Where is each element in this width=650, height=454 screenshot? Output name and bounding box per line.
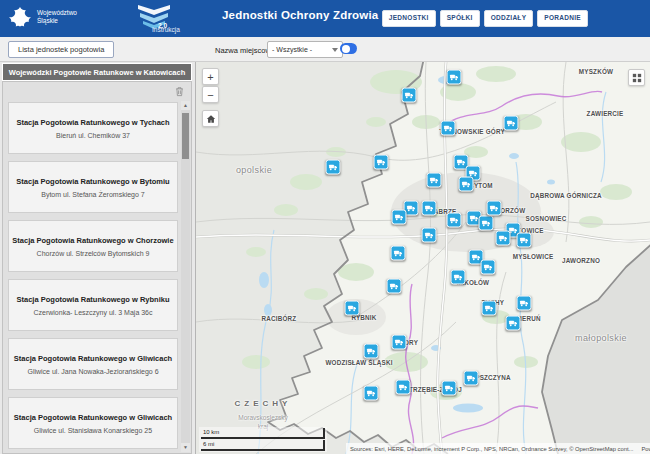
ambulance-marker[interactable] [481,260,496,275]
ambulance-icon [450,73,459,82]
ambulance-marker[interactable] [482,301,497,316]
station-list-item[interactable]: Stacja Pogotowia Ratunkowego w Bytomiu B… [8,161,178,213]
ambulance-marker[interactable] [459,177,474,192]
ambulance-icon [405,91,414,100]
ambulance-marker[interactable] [447,213,462,228]
ambulance-icon [499,234,508,243]
ambulance-icon [520,299,529,308]
ambulance-icon [399,383,408,392]
ambulance-icon [445,384,454,393]
ambulance-icon [484,263,493,272]
ambulance-icon [490,204,499,213]
zoom-out-button[interactable]: − [202,86,219,103]
ambulance-marker[interactable] [496,231,511,246]
ambulance-marker[interactable] [374,155,389,170]
station-address: Bieruń ul. Chemików 37 [56,132,130,139]
ambulance-icon [329,163,338,172]
station-name: Stacja Pogotowia Ratunkowego w Gliwicach [14,354,172,363]
station-list-item[interactable]: Stacja Pogotowia Ratunkowego w Gliwicach… [8,397,178,449]
ambulance-marker[interactable] [387,279,402,294]
ambulance-icon [394,249,403,258]
map-basemap[interactable] [196,62,650,454]
instructions-link[interactable]: Instrukcja [152,26,180,33]
ambulance-marker[interactable] [464,371,479,386]
trash-icon[interactable] [175,86,184,97]
locality-select-value: - Wszystkie - [272,46,312,53]
ambulance-icon [509,319,518,328]
ambulance-marker[interactable] [392,210,407,225]
station-list-item[interactable]: Stacja Pogotowia Ratunkowego w Rybniku C… [8,279,178,331]
ambulance-icon [407,204,416,213]
locality-select[interactable]: - Wszystkie - [267,41,343,58]
scale-km: 10 km [201,428,325,439]
ambulance-marker[interactable] [506,316,521,331]
grid-icon [632,73,642,83]
ambulance-marker[interactable] [504,116,519,131]
ambulance-marker[interactable] [479,216,494,231]
station-list-panel: Stacja Pogotowia Ratunkowego w Tychach B… [2,81,192,454]
ambulance-marker[interactable] [441,121,456,136]
ambulance-icon [520,236,529,245]
ambulance-icon [367,389,376,398]
toolbar: Lista jednostek pogotowia Nazwa miejscow… [0,37,650,62]
ambulance-marker[interactable] [364,386,379,401]
ambulance-marker[interactable] [396,380,411,395]
station-address: Bytom ul. Stefana Żeromskiego 7 [41,191,145,198]
ambulance-marker[interactable] [517,233,532,248]
header-nav-button[interactable]: ODDZIAŁY [484,10,534,27]
ambulance-marker[interactable] [451,270,466,285]
ambulance-icon [482,219,491,228]
zoom-in-button[interactable]: + [202,68,219,85]
station-list-item[interactable]: Stacja Pogotowia Ratunkowego w Chorzowie… [8,220,178,272]
ambulance-marker[interactable] [517,296,532,311]
ambulance-marker[interactable] [427,173,442,188]
ambulance-marker[interactable] [422,201,437,216]
page-title: Jednostki Ochrony Zdrowia [222,9,378,21]
ambulance-marker[interactable] [402,88,417,103]
map-container[interactable]: MYSZKÓWZAWIERCIETARNOWSKIE GÓRYDĄBROWA G… [196,62,650,454]
ambulance-marker[interactable] [442,381,457,396]
app-window: Województwo Śląskie 2.0 Jednostki Ochron… [0,0,650,454]
station-name: Stacja Pogotowia Ratunkowego w Tychach [16,118,169,127]
scrollbar-down-arrow[interactable]: ▼ [181,443,190,452]
ambulance-marker[interactable] [326,160,341,175]
station-name: Stacja Pogotowia Ratunkowego w Chorzowie [12,236,173,245]
scale-mi: 6 mi [201,440,325,451]
basemap-gallery-button[interactable] [628,69,645,86]
ambulance-marker[interactable] [447,70,462,85]
sidebar-header: Wojewódzki Pogotowie Ratunkowe w Katowic… [2,63,192,81]
app-header: Województwo Śląskie 2.0 Jednostki Ochron… [0,0,650,37]
ambulance-marker[interactable] [364,344,379,359]
station-list: Stacja Pogotowia Ratunkowego w Tychach B… [8,102,178,454]
header-nav-button[interactable]: JEDNOSTKI [382,10,436,27]
chevron-down-icon [332,48,338,52]
station-address: Gliwice ul. Stanisława Konarskiego 25 [34,427,152,434]
ambulance-marker[interactable] [422,228,437,243]
home-extent-button[interactable] [202,110,219,127]
station-address: Chorzów ul. Strzelców Bytomskich 9 [37,250,150,257]
ambulance-icon [348,304,357,313]
sidebar-scrollbar[interactable]: ▲ ▼ [181,101,190,452]
attribution-powered-by: Powered by Esri [641,446,650,452]
station-list-item[interactable]: Stacja Pogotowia Ratunkowego w Gliwicach… [8,338,178,390]
ambulance-icon [395,338,404,347]
scrollbar-thumb[interactable] [182,113,189,159]
ambulance-icon [485,304,494,313]
station-list-item[interactable]: Stacja Pogotowia Ratunkowego w Tychach B… [8,102,178,154]
station-address: Gliwice ul. Jana Nowaka-Jeziorańskiego 6 [27,368,158,375]
ambulance-marker[interactable] [487,201,502,216]
ambulance-icon [507,119,516,128]
station-list-button[interactable]: Lista jednostek pogotowia [8,41,114,58]
locality-toggle[interactable] [340,43,357,54]
header-nav-button[interactable]: SPÓŁKI [440,10,480,27]
ambulance-icon [377,158,386,167]
scrollbar-up-arrow[interactable]: ▲ [181,101,190,110]
brand-line1: Województwo [37,9,77,17]
ambulance-marker[interactable] [392,335,407,350]
ambulance-icon [444,124,453,133]
header-nav-button[interactable]: PORADNIE [537,10,588,27]
ambulance-marker[interactable] [345,301,360,316]
silesia-eagle-emblem [7,5,33,31]
ambulance-marker[interactable] [391,246,406,261]
attribution-sources: Sources: Esri, HERE, DeLorme, increment … [350,446,633,452]
